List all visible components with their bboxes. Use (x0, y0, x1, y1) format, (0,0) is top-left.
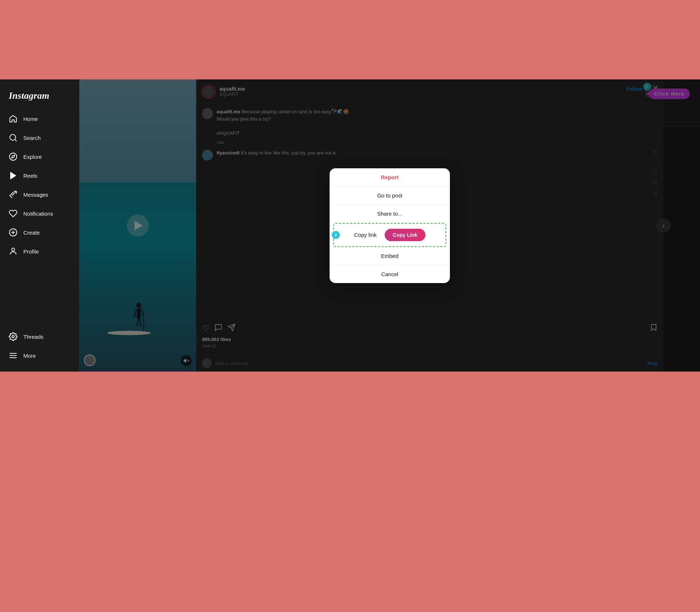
main-content: × aquafit.me · Follow AQUAFIT (79, 79, 700, 372)
modal-overlay: Report Go to post Share to... 2 Copy lin… (79, 79, 700, 372)
sidebar-label-messages: Messages (23, 192, 48, 198)
background-top (0, 0, 700, 79)
step2-badge: 2 (332, 231, 340, 239)
messages-icon (9, 190, 18, 199)
modal-go-to-post[interactable]: Go to post (330, 187, 450, 205)
menu-icon (9, 351, 18, 360)
sidebar-label-explore: Explore (23, 154, 42, 160)
sidebar-item-create[interactable]: Create (4, 224, 75, 241)
copy-link-button[interactable]: Copy Link (385, 229, 425, 241)
reels-icon (9, 171, 18, 180)
modal-share-to[interactable]: Share to... (330, 205, 450, 223)
compass-icon (9, 152, 18, 161)
sidebar-item-more[interactable]: More (4, 347, 75, 364)
svg-point-6 (12, 248, 15, 251)
background-bottom (0, 372, 700, 612)
plus-circle-icon (9, 228, 18, 237)
sidebar-label-profile: Profile (23, 248, 39, 255)
modal-cancel[interactable]: Cancel (330, 265, 450, 283)
share-modal: Report Go to post Share to... 2 Copy lin… (330, 168, 450, 283)
sidebar-item-notifications[interactable]: Notifications (4, 205, 75, 222)
svg-marker-2 (12, 155, 15, 158)
sidebar-item-search[interactable]: Search (4, 129, 75, 146)
sidebar-label-threads: Threads (23, 334, 43, 340)
sidebar-item-profile[interactable]: Profile (4, 243, 75, 260)
sidebar-label-home: Home (23, 116, 38, 122)
sidebar-item-home[interactable]: Home (4, 110, 75, 128)
sidebar-item-explore[interactable]: Explore (4, 148, 75, 165)
sidebar-label-reels: Reels (23, 173, 37, 179)
sidebar-item-threads[interactable]: Threads (4, 328, 75, 345)
instagram-window: Instagram Home Search Explore (0, 79, 700, 372)
modal-copy-link[interactable]: 2 Copy link Copy Link (333, 223, 446, 247)
svg-point-1 (9, 153, 17, 160)
heart-icon (9, 209, 18, 218)
sidebar-label-create: Create (23, 230, 40, 236)
modal-report-item[interactable]: Report (330, 168, 450, 187)
profile-icon (9, 247, 18, 256)
sidebar-item-messages[interactable]: Messages (4, 186, 75, 203)
search-icon (9, 133, 18, 142)
svg-point-7 (12, 336, 14, 338)
sidebar-label-notifications: Notifications (23, 211, 53, 217)
sidebar-label-more: More (23, 353, 36, 359)
sidebar-item-reels[interactable]: Reels (4, 167, 75, 184)
home-icon (9, 114, 18, 123)
modal-embed[interactable]: Embed (330, 247, 450, 265)
copy-link-label: Copy link (354, 232, 377, 238)
sidebar-label-search: Search (23, 135, 41, 141)
sidebar: Instagram Home Search Explore (0, 79, 79, 372)
threads-icon (9, 332, 18, 341)
instagram-logo: Instagram (4, 87, 75, 109)
